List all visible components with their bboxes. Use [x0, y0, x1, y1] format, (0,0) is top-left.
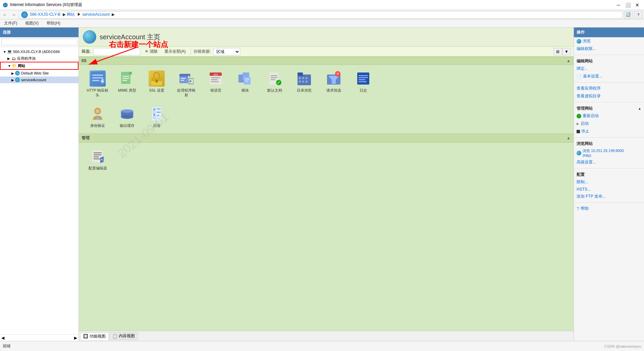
- sidebar-item-defaultsite[interactable]: ▶ Default Web Site: [0, 70, 78, 77]
- sidebar-scroll-left[interactable]: ◀: [1, 336, 4, 340]
- manage-site-collapse[interactable]: ▲: [638, 107, 641, 110]
- filter-label: 筛选:: [82, 49, 91, 54]
- group-by-dropdown[interactable]: 区域: [213, 48, 240, 55]
- icon-ssl[interactable]: SSL 设置: [143, 68, 170, 100]
- icon-request-filter[interactable]: ✕ 请求筛选: [320, 68, 347, 100]
- iis-section: IIS ▲: [79, 57, 574, 134]
- filter-input[interactable]: [93, 48, 140, 55]
- show-all-btn[interactable]: 显示全部(A): [162, 48, 188, 55]
- divider-3: [574, 102, 644, 102]
- title-bar-left: Internet Information Services (IIS)管理器: [3, 2, 82, 8]
- icon-logging[interactable]: 日志: [350, 68, 377, 100]
- back-button[interactable]: ←: [1, 11, 9, 18]
- menu-file[interactable]: 文件(F): [3, 20, 18, 27]
- icon-default-doc[interactable]: ✓ 默认文档: [261, 68, 288, 100]
- filter-clear-btn[interactable]: ✕ 清除: [143, 48, 159, 55]
- start-icon: ▶: [577, 122, 579, 126]
- view-apps-label: 查看应用程序: [577, 86, 601, 91]
- icon-output-cache[interactable]: 输出缓存: [114, 103, 141, 130]
- http-response-label: HTTP 响应标头: [87, 88, 109, 98]
- modules-icon: [237, 70, 253, 87]
- tab-content-view[interactable]: 📋 内容视图: [109, 332, 138, 340]
- mgmt-toggle-btn[interactable]: ▲: [566, 136, 571, 140]
- svg-rect-50: [299, 81, 301, 83]
- action-browse-url[interactable]: 浏览 10.251.29.199:8000(http): [574, 147, 644, 158]
- icon-dir-browse[interactable]: 目录浏览: [291, 68, 318, 100]
- logging-icon: [355, 70, 371, 87]
- address-field[interactable]: 566-XXJS-CLY-B ▶ 网站 ▶ serviceAccount ▶: [19, 11, 623, 18]
- help-button[interactable]: ?: [634, 11, 643, 18]
- icon-compress[interactable]: 压缩: [143, 103, 170, 130]
- config-title: 配置: [574, 170, 644, 178]
- menu-help[interactable]: 帮助(H): [45, 20, 62, 27]
- content-header: serviceAccount 主页: [79, 28, 574, 47]
- action-help[interactable]: ? 帮助: [574, 205, 644, 212]
- icon-mime-types[interactable]: MIME 类型: [114, 68, 141, 100]
- iis-section-header[interactable]: IIS ▲: [79, 57, 574, 65]
- svg-text:✓: ✓: [277, 80, 280, 85]
- http-response-icon: [90, 70, 106, 87]
- edit-site-title: 编辑网站: [574, 57, 644, 65]
- svg-rect-47: [299, 77, 301, 79]
- svg-rect-24: [181, 80, 184, 81]
- close-button[interactable]: ✕: [633, 2, 641, 8]
- action-browse[interactable]: 浏览: [574, 37, 644, 45]
- action-stop[interactable]: 停止: [574, 128, 644, 135]
- action-ftp-publish[interactable]: 添加 FTP 发布...: [574, 193, 644, 200]
- sidebar-item-apppool[interactable]: ▶ 🗂 应用程序池: [0, 55, 78, 62]
- action-view-apps[interactable]: 查看应用程序: [574, 85, 644, 92]
- ssl-icon: [149, 70, 165, 87]
- request-filter-label: 请求筛选: [326, 88, 341, 93]
- stop-icon: [577, 130, 580, 133]
- action-start[interactable]: ▶ 启动: [574, 120, 644, 128]
- sidebar-scroll-right[interactable]: ▶: [74, 336, 77, 340]
- view-toggle-btn[interactable]: ⊞: [553, 48, 562, 55]
- menu-view[interactable]: 视图(V): [24, 20, 40, 27]
- action-restart[interactable]: 重新启动: [574, 112, 644, 120]
- output-cache-icon: [119, 106, 135, 122]
- help-label: 帮助: [581, 206, 589, 211]
- mgmt-section-header[interactable]: 管理 ▲: [79, 134, 574, 143]
- icon-http-response[interactable]: HTTP 响应标头: [84, 68, 111, 100]
- compress-label: 压缩: [153, 123, 160, 128]
- icon-error-pages[interactable]: 404 错误页: [202, 68, 229, 100]
- action-advanced-settings[interactable]: 高级设置...: [574, 158, 644, 166]
- view-dropdown-btn[interactable]: ▼: [562, 48, 571, 55]
- address-site: serviceAccount: [82, 12, 109, 17]
- action-edit-perms[interactable]: 编辑权限...: [574, 45, 644, 53]
- browse-label: 浏览: [583, 38, 591, 44]
- config-editor-label: 配置编辑器: [89, 166, 107, 170]
- action-basic-settings[interactable]: 📄 基本设置...: [574, 72, 644, 80]
- sidebar-label-server: 566-XXJS-CLY-B (AD01\566: [13, 50, 60, 54]
- action-view-vdirs[interactable]: 查看虚拟目录: [574, 92, 644, 100]
- icon-config-editor[interactable]: 配置编辑器: [84, 146, 111, 173]
- tab-feature-view[interactable]: 🔲 功能视图: [80, 333, 109, 340]
- action-limits[interactable]: 限制...: [574, 178, 644, 186]
- svg-text:✕: ✕: [336, 71, 339, 76]
- sidebar-item-sites[interactable]: ▼ 📁 网站: [0, 62, 78, 70]
- iis-toggle-btn[interactable]: ▲: [566, 58, 571, 63]
- feature-view-label: 功能视图: [90, 334, 106, 339]
- minimize-button[interactable]: ─: [614, 2, 623, 8]
- tree-arrow-sites: ▼: [7, 64, 11, 68]
- apppool-icon: 🗂: [11, 56, 16, 61]
- maximize-button[interactable]: ⬜: [624, 2, 632, 8]
- svg-rect-58: [359, 75, 368, 76]
- icon-auth[interactable]: 身份验证: [84, 103, 111, 130]
- serviceaccount-icon: [15, 77, 20, 83]
- status-text: 就绪: [3, 343, 11, 349]
- sidebar-header: 连接: [0, 28, 78, 37]
- icon-modules[interactable]: 模块: [232, 68, 259, 100]
- action-hsts[interactable]: HSTS...: [574, 186, 644, 193]
- sidebar-item-serviceaccount[interactable]: ▶ serviceAccount: [0, 77, 78, 83]
- sidebar-item-server[interactable]: ▼ 💻 566-XXJS-CLY-B (AD01\566: [0, 48, 78, 55]
- forward-button[interactable]: →: [10, 11, 17, 18]
- svg-rect-49: [306, 77, 308, 79]
- svg-rect-40: [271, 75, 277, 76]
- svg-rect-33: [211, 81, 219, 82]
- action-bindings[interactable]: 绑定...: [574, 65, 644, 72]
- icon-handler[interactable]: 处理程序映射: [173, 68, 200, 100]
- refresh-button[interactable]: 🔄: [624, 11, 633, 18]
- svg-rect-70: [153, 108, 155, 110]
- sidebar-search-input[interactable]: [1, 39, 77, 45]
